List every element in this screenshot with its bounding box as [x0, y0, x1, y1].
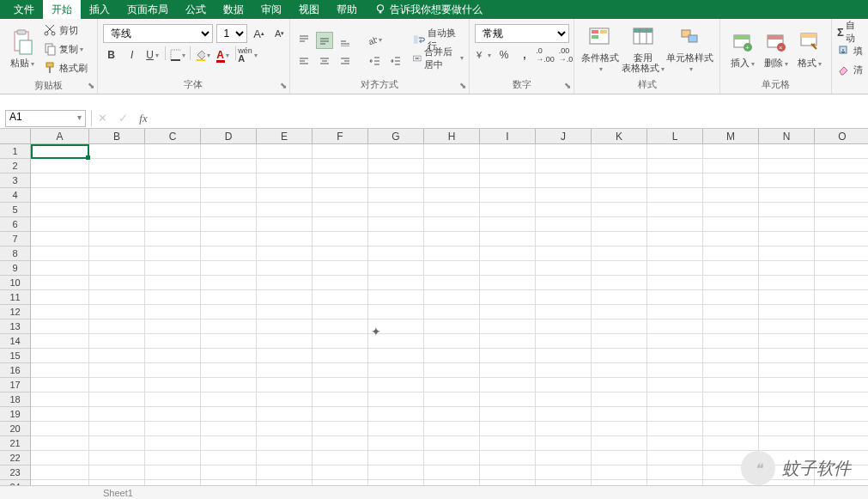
cell[interactable]	[759, 436, 815, 451]
cell[interactable]	[368, 276, 424, 290]
tab-formulas[interactable]: 公式	[177, 0, 215, 19]
cell[interactable]	[480, 378, 536, 393]
cell[interactable]	[145, 203, 201, 217]
cell[interactable]	[592, 232, 647, 246]
clipboard-launcher[interactable]: ⬊	[88, 80, 94, 92]
cell[interactable]	[89, 363, 145, 378]
cell[interactable]	[647, 422, 703, 436]
cell[interactable]	[480, 232, 536, 246]
name-box[interactable]: A1	[5, 110, 86, 127]
cut-button[interactable]: 剪切	[43, 21, 88, 39]
cell[interactable]	[592, 319, 647, 334]
align-left-button[interactable]	[295, 52, 313, 70]
cell[interactable]	[759, 188, 815, 203]
cell[interactable]	[703, 203, 759, 217]
paste-button[interactable]: 粘贴	[5, 28, 39, 70]
cell[interactable]	[815, 203, 868, 217]
cell[interactable]	[424, 173, 480, 188]
cell[interactable]	[703, 159, 759, 173]
row-header[interactable]: 19	[0, 407, 31, 422]
cell[interactable]	[145, 246, 201, 261]
cell[interactable]	[480, 319, 536, 334]
row-header[interactable]: 17	[0, 378, 31, 393]
insert-cells-button[interactable]: + 插入	[725, 28, 759, 70]
cell[interactable]	[368, 466, 424, 480]
cell[interactable]	[424, 363, 480, 378]
cell[interactable]	[592, 436, 647, 451]
cell[interactable]	[815, 217, 868, 232]
cell[interactable]	[647, 261, 703, 276]
cell[interactable]	[257, 305, 313, 319]
cell[interactable]	[480, 393, 536, 407]
cell[interactable]	[89, 436, 145, 451]
cell[interactable]	[703, 393, 759, 407]
cell[interactable]	[257, 436, 313, 451]
cell[interactable]	[368, 378, 424, 393]
column-header[interactable]: N	[759, 129, 815, 144]
cell[interactable]	[201, 334, 257, 349]
cell[interactable]	[89, 334, 145, 349]
cell[interactable]	[815, 334, 868, 349]
cell[interactable]	[815, 466, 868, 480]
decrease-indent-button[interactable]	[366, 52, 383, 70]
cell[interactable]	[145, 378, 201, 393]
column-header[interactable]: M	[703, 129, 759, 144]
cell[interactable]	[592, 422, 647, 436]
cell[interactable]	[31, 319, 89, 334]
cell[interactable]	[592, 349, 647, 363]
cell[interactable]	[480, 261, 536, 276]
cell[interactable]	[815, 349, 868, 363]
cell[interactable]	[89, 290, 145, 305]
cell[interactable]	[480, 246, 536, 261]
cancel-formula-button[interactable]: ✕	[92, 112, 112, 125]
cell[interactable]	[31, 232, 89, 246]
cell[interactable]	[257, 173, 313, 188]
cell[interactable]	[647, 466, 703, 480]
column-header[interactable]: B	[89, 129, 145, 144]
cell[interactable]	[815, 159, 868, 173]
cell[interactable]	[424, 188, 480, 203]
row-header[interactable]: 21	[0, 436, 31, 451]
cell[interactable]	[703, 319, 759, 334]
cell[interactable]	[257, 188, 313, 203]
cell[interactable]	[31, 305, 89, 319]
cell[interactable]	[201, 422, 257, 436]
cell[interactable]	[145, 451, 201, 466]
decrease-font-button[interactable]: A▾	[271, 25, 288, 42]
cell[interactable]	[703, 246, 759, 261]
cell[interactable]	[145, 436, 201, 451]
cell[interactable]	[368, 217, 424, 232]
cell[interactable]	[145, 173, 201, 188]
cell[interactable]	[480, 363, 536, 378]
format-painter-button[interactable]: 格式刷	[43, 59, 88, 76]
cell[interactable]	[31, 363, 89, 378]
cell[interactable]	[647, 246, 703, 261]
cell[interactable]	[257, 378, 313, 393]
cell[interactable]	[368, 159, 424, 173]
cell[interactable]	[89, 349, 145, 363]
column-header[interactable]: D	[201, 129, 257, 144]
row-header[interactable]: 6	[0, 217, 31, 232]
cell[interactable]	[759, 363, 815, 378]
cell[interactable]	[257, 422, 313, 436]
cell[interactable]	[424, 305, 480, 319]
border-button[interactable]	[169, 46, 186, 64]
cell[interactable]	[592, 393, 647, 407]
cell[interactable]	[201, 407, 257, 422]
cell[interactable]	[536, 246, 592, 261]
cell[interactable]	[201, 363, 257, 378]
cell[interactable]	[257, 363, 313, 378]
cell[interactable]	[31, 334, 89, 349]
percent-button[interactable]: %	[495, 46, 513, 64]
cell[interactable]	[759, 407, 815, 422]
cell[interactable]	[592, 276, 647, 290]
cell[interactable]	[89, 319, 145, 334]
cell[interactable]	[815, 144, 868, 159]
cell[interactable]	[257, 261, 313, 276]
cell[interactable]	[815, 319, 868, 334]
cell[interactable]	[815, 422, 868, 436]
cell[interactable]	[313, 393, 368, 407]
underline-button[interactable]: U	[144, 46, 161, 64]
cell[interactable]	[313, 407, 368, 422]
cell[interactable]	[313, 349, 368, 363]
